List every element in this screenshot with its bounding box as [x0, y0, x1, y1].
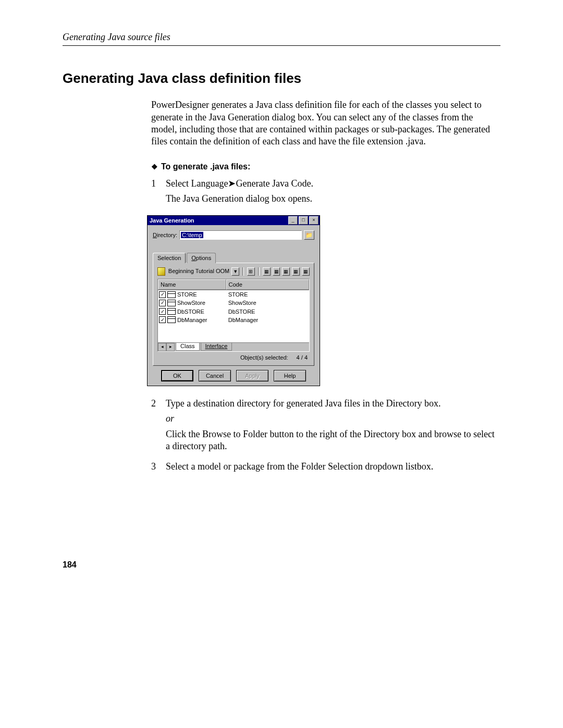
- checkbox-icon[interactable]: ✓: [159, 300, 166, 306]
- toolbar-button-1[interactable]: ▦: [263, 267, 271, 276]
- step-1-text-a: Select Language: [166, 178, 228, 189]
- status-row: Object(s) selected: 4 / 4: [157, 352, 310, 361]
- tab-options[interactable]: Options: [187, 253, 216, 263]
- row-code: DbManager: [226, 316, 308, 324]
- selection-toolbar: Beginning Tutorial OOM ▼ ⊞ ▦ ▦ ▦ ▦ ▦: [157, 267, 310, 276]
- list-row[interactable]: ✓ STORE STORE: [158, 290, 309, 299]
- help-button[interactable]: Help: [274, 370, 306, 381]
- step-3-p1: Select a model or package from the Folde…: [166, 461, 500, 473]
- step-2-p2: Click the Browse to Folder button to the…: [166, 428, 500, 453]
- class-list[interactable]: Name Code ✓ STORE STORE: [157, 279, 310, 352]
- row-code: STORE: [226, 291, 308, 298]
- row-name: ShowStore: [177, 299, 205, 306]
- step-number: 3: [151, 461, 166, 476]
- sheet-tab-strip: ◂ ▸ Class Interface: [158, 342, 309, 351]
- intro-paragraph: PowerDesigner generates a Java class def…: [151, 99, 500, 148]
- subhead: ❖To generate .java files:: [151, 162, 500, 172]
- java-generation-dialog: Java Generation _ □ × Directory: C:\temp…: [147, 215, 320, 386]
- apply-button[interactable]: Apply: [236, 370, 268, 381]
- step-1-line-2: The Java Generation dialog box opens.: [166, 193, 500, 205]
- checkbox-icon[interactable]: ✓: [159, 316, 166, 323]
- close-icon[interactable]: ×: [309, 216, 319, 225]
- column-header-code[interactable]: Code: [226, 279, 310, 290]
- browse-folder-button[interactable]: 📁: [304, 230, 314, 240]
- folder-icon: 📁: [305, 231, 313, 239]
- toolbar-button-4[interactable]: ▦: [292, 267, 300, 276]
- dropdown-arrow-icon[interactable]: ▼: [231, 267, 239, 276]
- maximize-icon[interactable]: □: [299, 216, 308, 225]
- column-header-name[interactable]: Name: [158, 279, 226, 290]
- list-row[interactable]: ✓ DbManager DbManager: [158, 316, 309, 324]
- row-name: DbSTORE: [177, 308, 204, 315]
- toolbar-button-2[interactable]: ▦: [273, 267, 280, 276]
- list-row[interactable]: ✓ ShowStore ShowStore: [158, 299, 309, 307]
- row-code: ShowStore: [226, 299, 308, 306]
- ok-button[interactable]: OK: [161, 370, 193, 381]
- dialog-screenshot: Java Generation _ □ × Directory: C:\temp…: [147, 215, 500, 386]
- sheet-tab-class[interactable]: Class: [176, 343, 200, 351]
- step-2-p1: Type a destination directory for generat…: [166, 398, 500, 410]
- sheet-tab-interface[interactable]: Interface: [201, 343, 232, 351]
- step-2: 2 Type a destination directory for gener…: [151, 398, 500, 456]
- step-2-or: or: [166, 413, 174, 424]
- directory-label: Directory:: [153, 231, 177, 239]
- cancel-button[interactable]: Cancel: [199, 370, 231, 381]
- row-name: STORE: [177, 291, 197, 298]
- sheet-next-icon[interactable]: ▸: [166, 343, 175, 351]
- status-count: 4 / 4: [297, 354, 308, 361]
- directory-input[interactable]: C:\temp: [179, 230, 302, 240]
- class-icon: [167, 300, 176, 306]
- step-1-line-1: Select Language➤Generate Java Code.: [166, 178, 500, 190]
- class-icon: [167, 308, 176, 315]
- class-icon: [167, 291, 176, 298]
- page-number: 184: [63, 560, 500, 571]
- toolbar-button-3[interactable]: ▦: [282, 267, 290, 276]
- toolbar-separator: [242, 267, 244, 276]
- row-code: DbSTORE: [226, 308, 308, 315]
- list-header: Name Code: [158, 279, 309, 290]
- tab-panel-selection: Beginning Tutorial OOM ▼ ⊞ ▦ ▦ ▦ ▦ ▦: [153, 263, 314, 366]
- checkbox-icon[interactable]: ✓: [159, 308, 166, 315]
- class-icon: [167, 316, 176, 323]
- toolbar-separator: [258, 267, 260, 276]
- model-dropdown[interactable]: Beginning Tutorial OOM: [168, 267, 229, 275]
- include-subpackages-button[interactable]: ⊞: [247, 267, 255, 276]
- model-icon: [157, 267, 165, 276]
- checkbox-icon[interactable]: ✓: [159, 291, 166, 298]
- tab-selection[interactable]: Selection: [153, 253, 186, 263]
- step-3: 3 Select a model or package from the Fol…: [151, 461, 500, 476]
- toolbar-button-5[interactable]: ▦: [302, 267, 310, 276]
- step-number: 1: [151, 178, 166, 208]
- sheet-prev-icon[interactable]: ◂: [158, 343, 166, 351]
- titlebar: Java Generation _ □ ×: [148, 216, 320, 225]
- step-1: 1 Select Language➤Generate Java Code. Th…: [151, 178, 500, 208]
- step-1-text-b: Generate Java Code.: [236, 178, 313, 189]
- menu-arrow-icon: ➤: [228, 178, 236, 189]
- running-head: Generating Java source files: [63, 31, 500, 46]
- status-label: Object(s) selected:: [240, 354, 288, 361]
- minimize-icon[interactable]: _: [288, 216, 298, 225]
- step-number: 2: [151, 398, 166, 456]
- dialog-title: Java Generation: [150, 217, 287, 224]
- tab-strip: Selection Options: [153, 252, 314, 262]
- list-row[interactable]: ✓ DbSTORE DbSTORE: [158, 307, 309, 316]
- dialog-button-row: OK Cancel Apply Help: [153, 370, 314, 381]
- row-name: DbManager: [177, 316, 207, 324]
- subhead-text: To generate .java files:: [161, 162, 250, 171]
- bullet-diamond-icon: ❖: [151, 163, 158, 171]
- section-title: Generating Java class definition files: [63, 70, 500, 88]
